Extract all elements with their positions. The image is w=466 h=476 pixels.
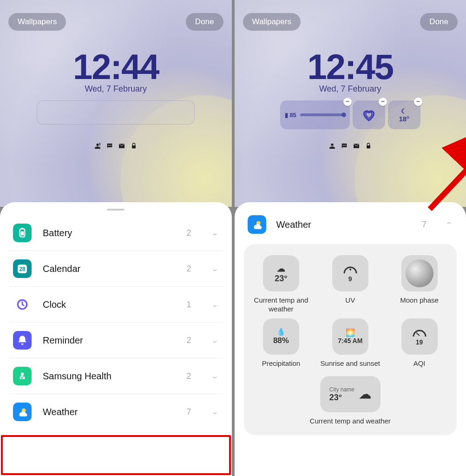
done-button[interactable]: Done xyxy=(420,13,458,31)
svg-point-2 xyxy=(111,145,112,146)
section-title: Weather xyxy=(276,219,412,230)
category-count: 2 xyxy=(186,228,191,238)
annotation-highlight xyxy=(1,435,231,475)
chevron-down-icon: ⌄ xyxy=(211,337,219,344)
droplet-icon: 💧 xyxy=(276,327,286,336)
chevron-down-icon: ⌄ xyxy=(211,265,219,273)
battery-widget[interactable]: − ▮ 85 xyxy=(280,100,350,129)
category-count: 2 xyxy=(186,336,191,345)
remove-icon[interactable]: − xyxy=(343,98,352,106)
category-label: Calendar xyxy=(43,264,175,274)
weather-icon xyxy=(248,215,266,234)
svg-line-18 xyxy=(416,333,420,336)
gauge-icon xyxy=(342,264,358,275)
widget-city-temp[interactable]: City name 23° ☁ Current temp and weather xyxy=(310,376,391,426)
category-count: 2 xyxy=(186,371,191,381)
lockscreen-preview: Wallpapers Done 12:44 Wed, 7 February xyxy=(0,0,232,207)
category-samsung-health[interactable]: Samsung Health 2 ⌄ xyxy=(9,358,223,394)
category-reminder[interactable]: Reminder 2 ⌄ xyxy=(9,323,223,358)
widget-category-sheet[interactable]: Battery 2 ⌄ 28 Calendar 2 ⌄ Clock 1 ⌄ Re… xyxy=(0,202,232,476)
mail-icon xyxy=(353,142,360,150)
svg-rect-5 xyxy=(21,231,24,236)
widget-precipitation[interactable]: 💧 88% Precipitation xyxy=(249,318,314,368)
chevron-down-icon: ⌄ xyxy=(211,408,219,416)
done-button[interactable]: Done xyxy=(186,13,223,31)
widget-label: Precipitation xyxy=(249,359,314,368)
category-weather[interactable]: Weather 7 ⌄ xyxy=(9,394,223,430)
category-label: Clock xyxy=(43,299,175,310)
wallpapers-button[interactable]: Wallpapers xyxy=(243,13,301,31)
weather-widgets-sheet[interactable]: Weather 7 ⌄ ☁ 23° Current temp and weath… xyxy=(235,202,466,476)
svg-rect-6 xyxy=(21,228,23,229)
drag-handle[interactable] xyxy=(107,209,125,211)
empty-widget-slot[interactable] xyxy=(37,100,195,125)
temperature-value: 18° xyxy=(399,115,409,123)
widget-current-temp[interactable]: ☁ 23° Current temp and weather xyxy=(249,255,314,314)
weather-widget-grid: ☁ 23° Current temp and weather 9 UV xyxy=(244,244,457,435)
widget-label: Current temp and weather xyxy=(249,296,314,314)
widget-sunrise-sunset[interactable]: 🌅 7:45 AM Sunrise and sunset xyxy=(317,318,383,368)
svg-point-17 xyxy=(349,269,351,271)
svg-text:28: 28 xyxy=(19,266,26,272)
svg-point-0 xyxy=(108,145,109,146)
lockscreen-preview: Wallpapers Done 12:45 Wed, 7 February − … xyxy=(235,0,466,207)
widget-value: 19 xyxy=(416,338,423,346)
heart-widget[interactable]: − xyxy=(353,100,385,129)
cloud-icon: ☁ xyxy=(277,264,285,274)
category-battery[interactable]: Battery 2 ⌄ xyxy=(9,215,223,251)
widget-aqi[interactable]: 19 AQI xyxy=(387,318,452,368)
svg-point-14 xyxy=(345,145,346,146)
cloud-icon: ☁ xyxy=(359,387,371,402)
widget-label: Moon phase xyxy=(387,296,452,305)
remove-icon[interactable]: − xyxy=(414,98,422,106)
svg-rect-15 xyxy=(367,145,370,149)
clock-time[interactable]: 12:45 xyxy=(235,46,466,87)
category-clock[interactable]: Clock 1 ⌄ xyxy=(9,287,223,323)
sunrise-icon: 🌅 xyxy=(346,328,355,337)
widget-label: Current temp and weather xyxy=(310,417,391,426)
widget-value: 88% xyxy=(273,336,289,345)
moon-icon: ☾ xyxy=(401,107,407,115)
svg-point-12 xyxy=(342,145,343,146)
chevron-down-icon: ⌄ xyxy=(211,301,219,309)
wallpapers-button[interactable]: Wallpapers xyxy=(8,13,66,31)
calendar-icon: 28 xyxy=(13,259,32,278)
widget-moon-phase[interactable]: Moon phase xyxy=(387,255,452,314)
svg-point-13 xyxy=(344,145,345,146)
reminder-icon xyxy=(13,331,32,350)
svg-point-10 xyxy=(21,372,24,376)
widget-row[interactable]: − ▮ 85 − − ☾ 18° xyxy=(271,100,429,129)
widget-value: 7:45 AM xyxy=(338,337,362,344)
category-count: 2 xyxy=(186,264,191,274)
category-calendar[interactable]: 28 Calendar 2 ⌄ xyxy=(9,251,223,287)
messages-icon xyxy=(106,142,113,150)
right-phone: Wallpapers Done 12:45 Wed, 7 February − … xyxy=(235,0,466,476)
messages-icon xyxy=(341,142,348,150)
clock-date: Wed, 7 February xyxy=(235,84,466,94)
svg-point-1 xyxy=(109,145,110,146)
heart-icon xyxy=(361,106,377,123)
temperature-widget[interactable]: − ☾ 18° xyxy=(388,100,420,129)
clock-icon xyxy=(13,295,32,314)
category-count: 7 xyxy=(186,407,191,417)
svg-rect-3 xyxy=(132,145,136,149)
clock-time[interactable]: 12:44 xyxy=(0,46,232,87)
widget-uv[interactable]: 9 UV xyxy=(317,255,383,314)
gauge-icon xyxy=(412,327,427,338)
chevron-up-icon: ⌄ xyxy=(445,221,453,229)
widget-subtitle: City name xyxy=(329,386,354,393)
category-label: Weather xyxy=(43,407,175,417)
remove-icon[interactable]: − xyxy=(379,98,387,106)
left-phone: Wallpapers Done 12:44 Wed, 7 February Ba… xyxy=(0,0,232,476)
lock-icon xyxy=(365,142,372,150)
section-count: 7 xyxy=(422,220,427,230)
notification-icons xyxy=(0,142,232,150)
widget-value: 23° xyxy=(329,393,354,403)
widget-label: UV xyxy=(317,296,383,305)
missed-call-icon xyxy=(94,142,101,150)
moon-icon xyxy=(406,259,433,287)
notification-icons xyxy=(235,142,466,150)
widget-label: Sunrise and sunset xyxy=(317,359,383,368)
weather-section-header[interactable]: Weather 7 ⌄ xyxy=(244,207,457,244)
clock-date: Wed, 7 February xyxy=(0,84,232,94)
